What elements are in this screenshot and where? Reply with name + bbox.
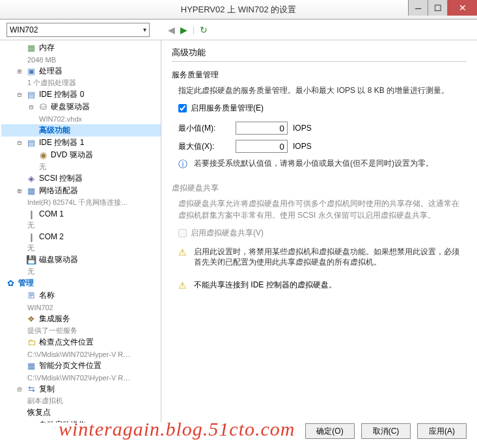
name-icon: 🖹 <box>26 291 36 301</box>
enable-share-checkbox <box>178 229 187 237</box>
collapse-icon[interactable]: ⊟ <box>16 140 23 146</box>
memory-icon: ▦ <box>26 43 36 53</box>
titlebar: HYPERV02 上 WIN702 的设置 ─ ☐ ✕ <box>0 0 477 20</box>
tree-ide1[interactable]: ⊟▤IDE 控制器 1 <box>1 137 161 149</box>
tree-memory[interactable]: ▦内存 <box>1 42 161 54</box>
warning-icon: ⚠ <box>178 246 189 259</box>
toolbar: WIN702 ▾ ◀ ▶ | ↻ <box>0 20 477 40</box>
collapse-icon[interactable]: ⊟ <box>16 92 23 98</box>
info-icon: ⓘ <box>178 158 189 171</box>
collapse-icon[interactable]: ⊟ <box>27 104 35 111</box>
apply-button[interactable]: 应用(A) <box>417 423 467 439</box>
controller-icon: ▤ <box>26 90 36 100</box>
dvd-icon: ◉ <box>38 150 48 161</box>
enable-qos-checkbox[interactable] <box>178 104 187 112</box>
warning-icon: ⚠ <box>178 280 189 293</box>
tree-advanced[interactable]: 高级功能 <box>1 124 161 137</box>
autostart-icon: ▶ <box>26 420 36 423</box>
vm-selector[interactable]: WIN702 ▾ <box>7 23 150 37</box>
floppy-icon: 💾 <box>26 255 36 265</box>
tree-cpu[interactable]: ⊞▣处理器 <box>1 65 161 77</box>
minimize-button[interactable]: ─ <box>408 0 428 16</box>
tree-smartpaging[interactable]: ▦智能分页文件位置 <box>1 360 161 372</box>
nav-back-icon[interactable]: ◀ <box>168 25 175 35</box>
replication-icon: ⇆ <box>26 384 36 395</box>
network-icon: ▦ <box>26 186 36 196</box>
max-label: 最大值(X): <box>178 141 230 152</box>
close-button[interactable]: ✕ <box>447 0 477 16</box>
serial-icon: ❙ <box>26 209 36 219</box>
detail-heading: 高级功能 <box>172 47 467 62</box>
share-warn1: 启用此设置时，将禁用某些虚拟机和虚拟硬盘功能。如果想禁用此设置，必须首先关闭已配… <box>194 246 467 269</box>
enable-share-label: 启用虚拟硬盘共享(V) <box>191 228 264 239</box>
enable-qos-label: 启用服务质量管理(E) <box>191 103 264 114</box>
vm-selector-value: WIN702 <box>10 25 38 34</box>
max-unit: IOPS <box>293 142 312 151</box>
window-title: HYPERV02 上 WIN702 的设置 <box>0 4 477 16</box>
share-title: 虚拟硬盘共享 <box>172 183 467 194</box>
disk-icon: ⛁ <box>38 102 48 112</box>
qos-info: 若要接受系统默认值值，请将最小值或最大值(但不是同时)设置为零。 <box>194 158 433 169</box>
tree-management: ✿管理 <box>1 277 161 289</box>
cancel-button[interactable]: 取消(C) <box>361 423 411 439</box>
qos-group: 服务质量管理 指定此虚拟硬盘的服务质量管理。最小和最大 IOPS 以 8 KB … <box>172 70 467 171</box>
share-group: 虚拟硬盘共享 虚拟硬盘共享允许将虚拟硬盘用作可供多个虚拟机同时使用的共享存储。这… <box>172 183 467 269</box>
max-input[interactable] <box>236 140 288 153</box>
refresh-icon[interactable]: ↻ <box>200 25 208 35</box>
min-label: 最小值(M): <box>178 123 230 134</box>
tree-dvd[interactable]: ◉DVD 驱动器 <box>1 149 161 161</box>
tree-com1[interactable]: ❙COM 1 <box>1 208 161 220</box>
chevron-down-icon: ▾ <box>143 26 146 33</box>
scsi-icon: ◈ <box>26 174 36 184</box>
ok-button[interactable]: 确定(O) <box>305 423 355 439</box>
dialog-buttons: 确定(O) 取消(C) 应用(A) <box>305 423 467 439</box>
tree-recovery[interactable]: 恢复点 <box>1 406 161 419</box>
tree-checkpoint[interactable]: 🗀检查点文件位置 <box>1 336 161 349</box>
tree-name[interactable]: 🖹名称 <box>1 289 161 302</box>
tree-replication[interactable]: ⊟⇆复制 <box>1 383 161 395</box>
min-unit: IOPS <box>293 124 312 133</box>
tree-scsi[interactable]: ◈SCSI 控制器 <box>1 172 161 185</box>
tree-com2[interactable]: ❙COM 2 <box>1 231 161 243</box>
expand-icon[interactable]: ⊞ <box>16 68 23 75</box>
maximize-button[interactable]: ☐ <box>428 0 447 16</box>
expand-icon[interactable]: ⊞ <box>16 188 23 194</box>
nav-forward-icon[interactable]: ▶ <box>180 25 187 35</box>
serial-icon: ❙ <box>26 231 36 242</box>
cpu-icon: ▣ <box>26 66 36 77</box>
controller-icon: ▤ <box>26 138 36 148</box>
share-desc: 虚拟硬盘共享允许将虚拟硬盘用作可供多个虚拟机同时使用的共享存储。这通常在虚拟机群… <box>172 198 467 221</box>
nav-separator: | <box>193 25 195 34</box>
tree-nic[interactable]: ⊞▦网络适配器 <box>1 185 161 197</box>
settings-tree[interactable]: ▦内存 2048 MB ⊞▣处理器 1 个虚拟处理器 ⊟▤IDE 控制器 0 ⊟… <box>0 40 161 423</box>
tree-floppy[interactable]: 💾磁盘驱动器 <box>1 254 161 266</box>
services-icon: ❖ <box>26 314 36 324</box>
min-input[interactable] <box>236 122 288 135</box>
share-warn2: 不能共享连接到 IDE 控制器的虚拟硬盘。 <box>194 280 336 291</box>
tree-ide0[interactable]: ⊟▤IDE 控制器 0 <box>1 88 161 101</box>
detail-pane: 高级功能 服务质量管理 指定此虚拟硬盘的服务质量管理。最小和最大 IOPS 以 … <box>161 40 477 423</box>
wrench-icon: ✿ <box>5 278 16 289</box>
folder-icon: 🗀 <box>26 337 36 348</box>
tree-integration[interactable]: ❖集成服务 <box>1 313 161 325</box>
collapse-icon[interactable]: ⊟ <box>16 386 23 393</box>
paging-icon: ▦ <box>26 361 36 371</box>
tree-hdd[interactable]: ⊟⛁硬盘驱动器 <box>1 101 161 113</box>
qos-title: 服务质量管理 <box>172 70 467 81</box>
tree-autostart[interactable]: ▶自动启动操作 <box>1 419 161 423</box>
qos-desc: 指定此虚拟硬盘的服务质量管理。最小和最大 IOPS 以 8 KB 的增量进行测量… <box>172 85 467 96</box>
